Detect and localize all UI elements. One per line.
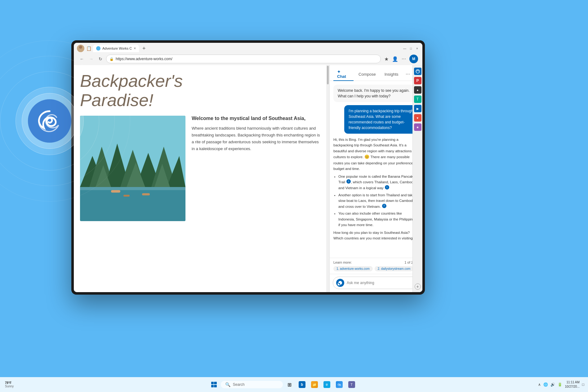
sidebar-tab-bar: ✦ Chat Compose Insights ⋯ × bbox=[330, 65, 422, 81]
page-text-area: Welcome to the mystical land of Southeas… bbox=[192, 116, 320, 221]
profile-collection-icon[interactable]: ★ bbox=[383, 55, 390, 63]
webpage-scrollbar[interactable] bbox=[326, 65, 329, 292]
task-view-button[interactable]: ⊞ bbox=[284, 379, 295, 390]
svg-rect-16 bbox=[123, 195, 130, 197]
bullet-3: You can also include other countries lik… bbox=[338, 211, 419, 228]
taskbar-search-label: Search bbox=[233, 382, 245, 387]
extension-icon-1[interactable]: P bbox=[414, 77, 421, 84]
weather-condition: Sunny bbox=[5, 385, 26, 388]
url-text: https://www.adventure-works.com/ bbox=[116, 57, 172, 61]
browser-window: 📋 Adventure Works C × + — bbox=[74, 43, 422, 292]
svg-rect-17 bbox=[80, 187, 185, 190]
browser-tab[interactable]: Adventure Works C × bbox=[93, 45, 139, 52]
close-window-button[interactable]: × bbox=[415, 46, 419, 51]
bot-response-message: Hi, this is Bing. I'm glad you're planni… bbox=[333, 137, 419, 241]
page-body-text: Where ancient traditions blend harmoniou… bbox=[192, 125, 320, 152]
edge-logo-decoration bbox=[16, 87, 84, 155]
sidebar-more-button[interactable]: ⋯ bbox=[405, 70, 411, 78]
bing-sidebar: ✦ Chat Compose Insights ⋯ × bbox=[329, 65, 422, 292]
learn-more-link-1[interactable]: 1. adventure-works.com bbox=[333, 266, 373, 271]
lock-icon: 🔒 bbox=[109, 57, 114, 61]
tab-insights[interactable]: Insights bbox=[381, 70, 402, 78]
edge-taskbar-icon[interactable]: e bbox=[321, 379, 332, 390]
scrollbar-thumb[interactable] bbox=[327, 66, 329, 84]
taskbar-center: 🔍 Search ⊞ b 📁 e bbox=[31, 379, 534, 390]
extension-icon-2[interactable]: ● bbox=[414, 86, 421, 94]
system-clock[interactable]: 11:11 AM 10/27/20... bbox=[565, 380, 579, 389]
more-tools-button[interactable]: ⋯ bbox=[400, 55, 408, 63]
bullet-2: Another option is to start from Thailand… bbox=[338, 192, 419, 210]
edge-icon bbox=[36, 107, 64, 135]
learn-more-link-2[interactable]: 2. dailystorystream.com bbox=[375, 266, 414, 271]
svg-rect-14 bbox=[111, 190, 120, 193]
new-tab-button[interactable]: + bbox=[140, 45, 148, 52]
notification-icon[interactable]: □ bbox=[582, 382, 584, 387]
tab-favicon bbox=[96, 46, 100, 51]
extension-icon-4[interactable]: ▶ bbox=[414, 105, 421, 112]
chat-input-box[interactable] bbox=[333, 277, 419, 289]
date-display: 10/27/20... bbox=[565, 385, 579, 389]
chat-input-field[interactable] bbox=[347, 281, 416, 285]
learn-more-links: 1. adventure-works.com 2. dailystorystre… bbox=[333, 266, 419, 271]
bing-icon bbox=[338, 280, 343, 285]
chat-tab-icon: ✦ bbox=[337, 69, 341, 74]
svg-rect-3 bbox=[80, 187, 185, 221]
teams-icon[interactable]: T bbox=[346, 379, 357, 390]
copilot-sidebar-icon[interactable] bbox=[414, 68, 421, 75]
address-bar[interactable]: 🔒 https://www.adventure-works.com/ bbox=[106, 55, 381, 63]
user-profile-button[interactable]: M bbox=[409, 55, 418, 63]
svg-point-19 bbox=[416, 69, 420, 73]
edge-sidebar-icons: P ● T ▶ ♥ ★ + bbox=[412, 65, 422, 292]
file-explorer-icon[interactable]: 📁 bbox=[309, 379, 320, 390]
taskbar-weather: 78°F Sunny bbox=[0, 381, 31, 388]
tab-label: Adventure Works C bbox=[102, 47, 132, 50]
browser-chrome: 📋 Adventure Works C × + — bbox=[74, 43, 422, 65]
chat-messages-area: Welcome back. I'm happy to see you again… bbox=[330, 81, 422, 258]
browser-wallet-icon[interactable]: 👤 bbox=[391, 55, 399, 63]
extension-icon-5[interactable]: ♥ bbox=[414, 114, 421, 122]
bot-welcome-message: Welcome back. I'm happy to see you again… bbox=[333, 85, 414, 102]
user-message: I'm planning a backpacking trip through … bbox=[344, 105, 419, 134]
chevron-up-icon[interactable]: ∧ bbox=[538, 382, 541, 387]
bing-taskbar-icon[interactable]: b bbox=[296, 379, 308, 390]
minimize-button[interactable]: — bbox=[403, 46, 407, 51]
taskbar: 78°F Sunny 🔍 Search ⊞ b bbox=[0, 377, 588, 392]
tab-compose[interactable]: Compose bbox=[355, 70, 380, 78]
search-icon: 🔍 bbox=[225, 382, 230, 387]
extension-icon-6[interactable]: ★ bbox=[414, 123, 421, 131]
store-icon[interactable]: 🛍 bbox=[334, 379, 345, 390]
volume-icon[interactable]: 🔊 bbox=[550, 382, 555, 387]
extension-icon-3[interactable]: T bbox=[414, 96, 421, 103]
add-extension-button[interactable]: + bbox=[415, 283, 421, 290]
taskbar-search-bar[interactable]: 🔍 Search bbox=[221, 381, 283, 388]
svg-point-18 bbox=[340, 282, 341, 283]
tab-close-button[interactable]: × bbox=[134, 46, 136, 51]
battery-icon[interactable]: 🔋 bbox=[558, 382, 562, 387]
chat-input-area bbox=[330, 274, 422, 292]
temperature-display: 78°F bbox=[5, 381, 26, 385]
learn-more-label: Learn more: bbox=[333, 261, 352, 264]
taskbar-right: ∧ 🌐 🔊 🔋 11:11 AM 10/27/20... □ bbox=[534, 380, 588, 389]
bing-submit-icon[interactable] bbox=[336, 279, 344, 287]
time-display: 11:11 AM bbox=[565, 380, 579, 385]
start-button[interactable] bbox=[208, 379, 220, 390]
network-icon[interactable]: 🌐 bbox=[543, 382, 548, 387]
laptop-frame: 📋 Adventure Works C × + — bbox=[71, 40, 425, 295]
maximize-button[interactable]: □ bbox=[409, 46, 413, 51]
svg-rect-15 bbox=[142, 193, 150, 195]
learn-more-bar: Learn more: 1 of 20 1. adventure-works.c… bbox=[330, 258, 422, 274]
bullet-1: One popular route is called the Banana P… bbox=[338, 174, 419, 191]
page-subtitle: Welcome to the mystical land of Southeas… bbox=[192, 116, 320, 121]
tab-chat[interactable]: ✦ Chat bbox=[333, 68, 354, 81]
